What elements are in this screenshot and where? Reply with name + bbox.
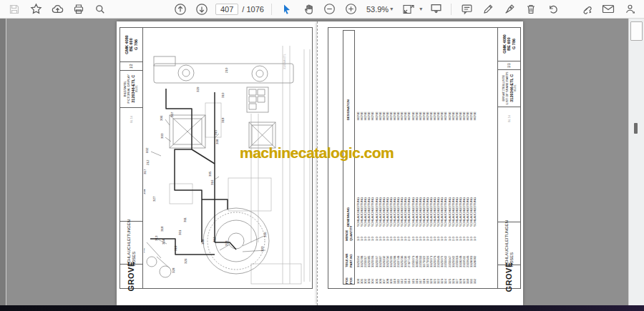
diagram-part-label: 303 [260, 246, 264, 252]
diagram-part-label: 328 [172, 267, 175, 273]
sheet-number: 1/2 [130, 64, 133, 68]
search-button[interactable] [92, 1, 109, 17]
page-number-input[interactable]: 407 [215, 4, 238, 15]
diagram-part-label: 317 [144, 169, 147, 174]
diagram-part-label: 329 [196, 87, 200, 92]
hand-icon [302, 3, 314, 15]
header-quantity: QUANTITY [350, 226, 353, 241]
diagram-part-label: 302 [144, 247, 145, 253]
scrollbar-thumb[interactable] [630, 21, 643, 41]
cell-designation: HOSE [408, 112, 411, 120]
section-de: SCHLAUCHLEITUNGEN [504, 220, 509, 267]
page-left-pictorial: GMK 4080 BE 600 G 786 1/2 BILDTAFEL PICT… [117, 21, 317, 305]
cell-part-number: 3325996 [371, 256, 374, 267]
star-icon [30, 3, 42, 15]
pencil-icon [482, 4, 494, 15]
select-tool-button[interactable] [278, 1, 296, 17]
doc-cell: ERSATZTEILLISTE LIST OF SPARE PARTS 3120… [498, 70, 520, 107]
comment-icon [461, 3, 473, 15]
diagram-part-label: 310 [221, 92, 225, 98]
diagram-part-label: 303 [160, 133, 164, 139]
header-pos-en: POS [350, 277, 353, 284]
header-pos-de: POS [346, 277, 348, 284]
cell-part-number: 2155042 [444, 256, 447, 267]
diagram-part-label: 305 [208, 171, 212, 177]
fit-page-button[interactable] [400, 1, 417, 17]
fit-dropdown-caret[interactable]: ▾ [419, 6, 422, 12]
next-page-button[interactable] [193, 1, 210, 17]
section-en: HOSES [509, 220, 514, 267]
diagram-part-label: 318 [160, 226, 164, 232]
delete-annotation-button[interactable] [522, 1, 540, 17]
cell-part-number: 2787745 [408, 256, 411, 267]
plus-circle-icon [345, 3, 357, 15]
revision-note: BL 14 [508, 115, 511, 122]
cell-benennung: SCHLAUCHLEITUNG [371, 197, 374, 227]
diagram-part-label: 308 [201, 239, 205, 245]
diagram-part-label: 307 [170, 112, 174, 117]
previous-page-button[interactable] [172, 1, 189, 17]
save-button[interactable] [6, 1, 23, 17]
zoom-in-button[interactable] [343, 1, 360, 17]
mail-icon [602, 4, 615, 14]
toolbar-separator [451, 4, 452, 15]
print-button[interactable] [70, 1, 87, 17]
zoom-out-button[interactable] [321, 1, 338, 17]
zoom-level-label[interactable]: 53.9% [366, 5, 389, 14]
pen-annotate-button[interactable] [479, 1, 497, 17]
trash-icon [525, 4, 537, 15]
sheet-number: 1/1 [507, 63, 511, 67]
right-title-block: GMK 4080 BE 600 G 786 1/1 ERSATZTEILLIST… [497, 27, 520, 289]
diagram-part-label: 327 [152, 196, 156, 202]
model-cell: GMK 4080 BE 600 G 786 [498, 27, 520, 61]
page-right-partslist: DESIGNATIONBENENNUNGMENGEQUANTITYTEILE-N… [317, 21, 523, 305]
section-en: HOSES [132, 219, 137, 266]
undo-icon [547, 3, 559, 15]
pdf-toolbar: 407 / 1076 53.9% ▾ ▾ [0, 0, 644, 19]
diagram-part-label: 602 [145, 147, 149, 153]
pan-tool-button[interactable] [300, 1, 317, 17]
cell-pos: 324 [444, 279, 447, 284]
share-upload-button[interactable] [49, 1, 66, 17]
cell-quantity: 1.0 [444, 237, 447, 241]
sidebar-collapsed-strip[interactable] [0, 19, 6, 311]
cell-pos: 304 [371, 279, 374, 284]
diagram-part-label: 304 [144, 189, 146, 194]
cell-part-number: 3328002 [474, 256, 477, 267]
page-indicator: 407 / 1076 [215, 4, 264, 15]
diagram-part-label: 316 [210, 179, 214, 185]
comment-button[interactable] [458, 1, 475, 17]
vertical-scrollbar[interactable] [628, 19, 644, 311]
model-line: G 786 [512, 34, 516, 54]
cell-pos: 314 [408, 279, 411, 284]
spacer-cell: BL 14 [498, 107, 520, 222]
diagram-part-label: 319 [174, 245, 177, 251]
diagram-part-label: 323 [225, 240, 228, 246]
share-link-button[interactable] [578, 1, 595, 17]
undo-button[interactable] [544, 1, 561, 17]
favorite-button[interactable] [27, 1, 44, 17]
zoom-dropdown-caret[interactable]: ▾ [390, 6, 393, 12]
doc-cell: BILDTAFEL PICTORIAL DISPLAY 3120346-ETL … [120, 71, 142, 108]
cell-benennung: SCHLAUCHLEITUNG [444, 197, 447, 227]
section-cell: SCHLAUCHLEITUNGEN HOSES [498, 222, 520, 265]
cell-designation: HOSE [474, 112, 477, 120]
model-line: G 786 [134, 35, 138, 54]
toolbar-separator [271, 4, 272, 15]
logo-cell: GROVE [120, 265, 142, 288]
model-cell: GMK 4080 BE 600 G 786 [120, 28, 142, 62]
window-bottom-bar [0, 305, 644, 311]
grove-logo: GROVE [504, 262, 514, 292]
left-title-block: GMK 4080 BE 600 G 786 1/2 BILDTAFEL PICT… [120, 28, 143, 288]
signature-button[interactable] [501, 1, 518, 17]
diagram-part-label: 301 [178, 229, 182, 235]
presentation-button[interactable] [427, 1, 444, 17]
doc-date: 05.01 [135, 74, 138, 103]
page-total-label: / 1076 [242, 5, 264, 14]
arrow-down-circle-icon [195, 3, 208, 16]
account-button[interactable] [621, 1, 638, 17]
email-button[interactable] [600, 1, 617, 17]
sheet-cell: 1/2 [120, 62, 142, 71]
cell-quantity: 1.0 [371, 237, 374, 241]
printer-icon [73, 4, 84, 15]
